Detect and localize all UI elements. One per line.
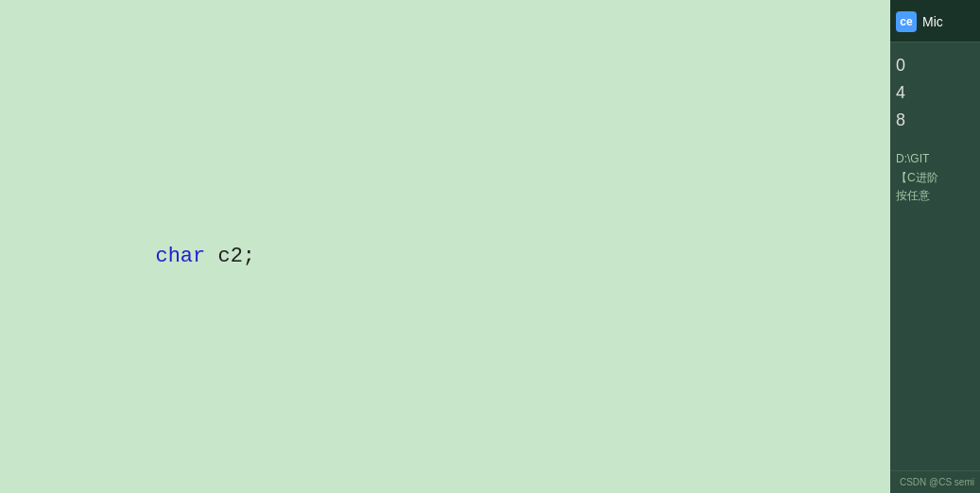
sidebar-body: 0 4 8 D:\GIT 【C进阶 按任意 [890,42,980,470]
output-number-3: 8 [896,107,974,134]
sidebar-footer: CSDN @CS semi [890,470,980,493]
code-content: char c2; int i; }; int main() { [0,0,890,493]
code-text: char c2; [6,189,255,325]
sidebar-panel: ce Mic 0 4 8 D:\GIT 【C进阶 按任意 CSDN @CS se… [890,0,980,493]
app-icon-label: ce [900,15,912,28]
app-icon: ce [896,11,917,32]
path-line-2: 【C进阶 [896,169,974,187]
output-numbers: 0 4 8 [896,52,974,133]
output-number-2: 4 [896,79,974,107]
sidebar-path: D:\GIT 【C进阶 按任意 [896,150,974,205]
output-number-1: 0 [896,52,974,79]
sidebar-header: ce Mic [890,0,980,42]
sidebar-title: Mic [922,14,943,29]
code-line-1: char c2; [0,189,890,325]
path-line-1: D:\GIT [896,150,974,168]
path-line-3: 按任意 [896,187,974,205]
code-panel: char c2; int i; }; int main() { [0,0,890,493]
